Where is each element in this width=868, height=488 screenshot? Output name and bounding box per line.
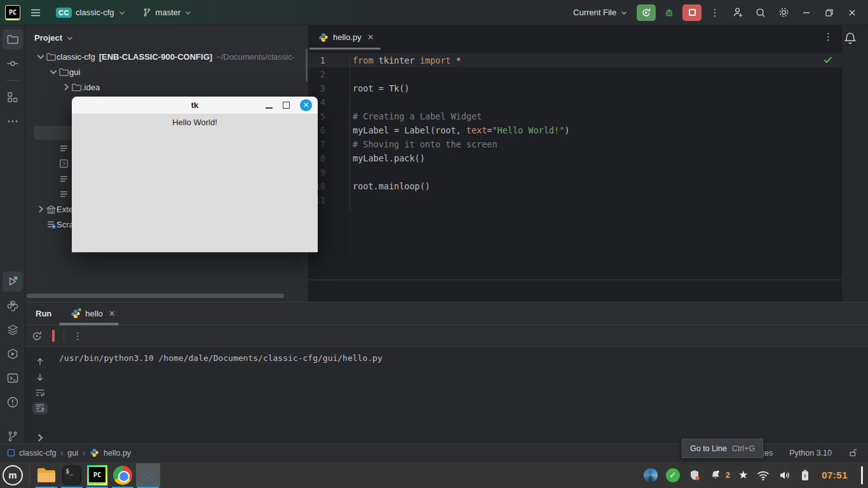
tray-updater-swirl[interactable] xyxy=(644,468,658,482)
more-actions-button[interactable]: ⋮ xyxy=(705,4,724,21)
breadcrumb-file[interactable]: hello.py xyxy=(104,449,131,458)
window-close-button[interactable] xyxy=(843,4,862,22)
rerun-button[interactable] xyxy=(637,4,656,21)
tray-favorites-star[interactable]: ★ xyxy=(738,468,748,482)
tk-minimize-button[interactable] xyxy=(266,107,273,109)
breadcrumb-project[interactable]: classic-cfg xyxy=(19,449,56,458)
vertical-scrollbar[interactable] xyxy=(306,48,308,81)
project-name: classic-cfg xyxy=(76,8,114,17)
taskbar-tk-app[interactable] xyxy=(136,463,160,487)
chevron-right-icon[interactable] xyxy=(36,204,46,214)
rerun-console-button[interactable] xyxy=(31,330,43,342)
stop-icon xyxy=(52,330,55,342)
tray-volume[interactable] xyxy=(778,469,791,482)
stop-button[interactable] xyxy=(682,4,702,21)
console-scroll-up-button[interactable] xyxy=(32,356,48,367)
main-menu-button[interactable] xyxy=(27,4,44,22)
tk-window[interactable]: tk ✕ Hello World! xyxy=(72,97,318,252)
file-manager-icon xyxy=(36,467,57,484)
python-file-icon xyxy=(90,448,99,458)
tooltip-shortcut: Ctrl+G xyxy=(732,444,755,453)
taskbar-pycharm-app[interactable]: PC xyxy=(85,463,109,487)
console-soft-wrap-button[interactable] xyxy=(32,387,48,398)
tray-update-manager-ok[interactable]: ✓ xyxy=(666,468,680,482)
tk-maximize-button[interactable] xyxy=(283,102,290,109)
taskbar-terminal-app[interactable]: $_ xyxy=(60,463,84,487)
chevron-right-icon[interactable] xyxy=(61,82,71,92)
clock[interactable]: 07:51 xyxy=(822,470,848,480)
run-config-selector[interactable]: Current File xyxy=(568,5,633,20)
tool-window-button-commit[interactable] xyxy=(3,53,23,74)
go-to-line-tooltip: Go to Line Ctrl+G xyxy=(682,438,763,458)
pycharm-app-label: PC xyxy=(89,467,105,484)
token: text xyxy=(466,125,487,135)
horizontal-scrollbar[interactable] xyxy=(27,294,284,298)
code-line-2 xyxy=(351,67,842,81)
code-with-me-button[interactable] xyxy=(728,4,747,21)
token: * xyxy=(451,55,461,65)
lock-open-icon[interactable] xyxy=(848,448,858,458)
tk-titlebar[interactable]: tk ✕ xyxy=(72,97,318,114)
branch-selector[interactable]: master xyxy=(137,5,198,20)
tk-close-button[interactable]: ✕ xyxy=(300,99,312,111)
tool-window-button-services[interactable] xyxy=(3,344,23,364)
tray-notifications-bell[interactable] xyxy=(709,469,722,482)
kebab-icon: ⋮ xyxy=(710,8,720,17)
run-tab-close-icon[interactable]: ✕ xyxy=(107,309,117,318)
run-panel-header: Run hello ✕ xyxy=(25,302,868,325)
tk-window-body: Hello World! xyxy=(72,114,318,252)
taskbar-file-manager[interactable] xyxy=(34,463,58,487)
search-everywhere-button[interactable] xyxy=(751,4,770,21)
chevron-down-icon[interactable] xyxy=(36,51,46,62)
tool-window-button-run[interactable] xyxy=(3,271,23,292)
tool-window-button-terminal[interactable] xyxy=(3,368,23,388)
tab-close-icon[interactable]: ✕ xyxy=(366,32,376,42)
console-options-button[interactable]: ⋮ xyxy=(73,331,83,341)
tray-wifi[interactable] xyxy=(756,469,770,482)
hamburger-icon xyxy=(30,7,41,18)
breadcrumb-folder[interactable]: gui xyxy=(67,449,78,458)
tool-window-button-python-console[interactable] xyxy=(3,295,23,316)
notifications-bell-icon[interactable] xyxy=(842,30,858,47)
debug-button[interactable] xyxy=(660,4,679,21)
layers-icon xyxy=(6,323,19,336)
project-panel-header[interactable]: Project xyxy=(25,25,308,49)
console-expand-button[interactable] xyxy=(32,432,48,444)
taskbar-chrome-app[interactable] xyxy=(111,463,135,487)
console-scroll-to-end-button[interactable] xyxy=(32,402,48,414)
tab-hello-py[interactable]: hello.py ✕ xyxy=(308,25,382,50)
code-editor[interactable]: 1234567891011 from tkinter import *root … xyxy=(308,50,842,280)
tray-battery[interactable] xyxy=(799,469,811,482)
window-minimize-button[interactable] xyxy=(797,4,816,22)
tool-window-button-python-packages[interactable] xyxy=(3,320,23,340)
chevron-down-icon xyxy=(66,34,74,42)
tool-window-button-structure[interactable] xyxy=(3,87,23,107)
settings-button[interactable] xyxy=(774,4,793,21)
chevron-down-icon[interactable] xyxy=(48,67,58,77)
taskbar-mint-menu[interactable]: m xyxy=(1,463,25,487)
tree-row-classic-cfg[interactable]: classic-cfg[ENB-CLASSIC-900-CONFIG]~/Doc… xyxy=(25,49,308,64)
run-console[interactable]: /usr/bin/python3.10 /home/dale/Documents… xyxy=(25,347,868,444)
python-file-icon xyxy=(318,32,329,43)
tool-window-button-problems[interactable] xyxy=(3,392,23,412)
tree-row-label: gui xyxy=(69,67,80,77)
console-scroll-down-button[interactable] xyxy=(32,371,48,383)
stop-console-button[interactable] xyxy=(52,331,55,341)
tool-window-button-project[interactable] xyxy=(3,29,23,50)
minimize-icon xyxy=(802,8,811,17)
stop-icon xyxy=(689,9,696,16)
tool-window-button-more-tool-windows[interactable] xyxy=(3,111,23,132)
run-tab-hello[interactable]: hello ✕ xyxy=(65,302,121,325)
interpreter[interactable]: Python 3.10 xyxy=(789,449,832,458)
tree-row-gui[interactable]: gui xyxy=(25,64,308,79)
tree-row--idea[interactable]: .idea xyxy=(25,79,308,95)
token: "Hello World!" xyxy=(492,125,564,135)
window-maximize-button[interactable] xyxy=(820,4,839,22)
editor-options-button[interactable]: ⋮ xyxy=(824,32,833,42)
gear-icon xyxy=(140,467,156,484)
tray-firewall-shield[interactable] xyxy=(688,469,701,482)
run-panel-title: Run xyxy=(36,309,51,318)
inspections-ok-icon[interactable] xyxy=(823,55,833,65)
project-selector[interactable]: CC classic-cfg xyxy=(51,5,131,20)
show-desktop-button[interactable] xyxy=(861,466,863,484)
